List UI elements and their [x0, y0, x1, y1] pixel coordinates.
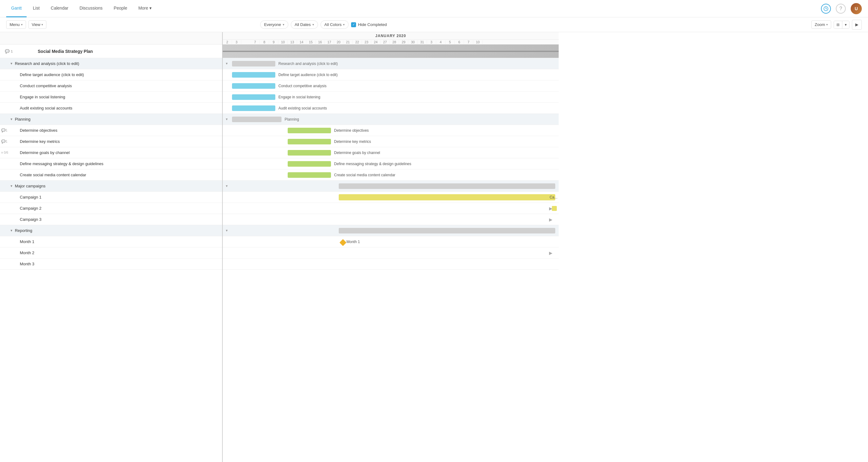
gantt-task-competitive: Conduct competitive analysis — [223, 80, 559, 92]
gantt-task-content-cal: Create social media content calendar — [223, 169, 559, 180]
task-social-listening[interactable]: Engage in social listening — [0, 92, 222, 103]
left-panel: 💬 1 Social Media Strategy Plan ▼ Researc… — [0, 32, 223, 462]
toolbar-filters: Everyone ▾ All Dates ▾ All Colors ▾ ✓ Hi… — [260, 21, 387, 29]
task-audit-social[interactable]: Audit existing social accounts — [0, 103, 222, 114]
main-content: 💬 1 Social Media Strategy Plan ▼ Researc… — [0, 32, 868, 462]
menu-chevron: ▾ — [21, 23, 23, 26]
gantt-task-campaign3: ▶ — [223, 214, 559, 225]
task-content-calendar[interactable]: Create social media content calendar — [0, 169, 222, 180]
task-month3[interactable]: Month 3 — [0, 259, 222, 270]
everyone-chevron: ▾ — [283, 23, 284, 26]
grid-view-btn[interactable]: ⊞ — [834, 21, 842, 28]
view-dropdown-btn[interactable]: ▾ — [842, 21, 849, 28]
tab-gantt[interactable]: Gantt — [6, 0, 27, 17]
task-goals-channel[interactable]: ≡ 0/6 Determine goals by channel — [0, 147, 222, 158]
gantt-task-month2: ▶ — [223, 248, 559, 259]
gantt-section-planning: ▼ Planning — [223, 114, 559, 125]
collapse-reporting[interactable]: ▼ — [10, 229, 13, 232]
present-button[interactable]: ▶ — [852, 20, 862, 30]
collapse-research[interactable]: ▼ — [10, 62, 13, 65]
gantt-task-audience: Define target audience (click to edit) — [223, 69, 559, 80]
everyone-filter[interactable]: Everyone ▾ — [260, 21, 288, 29]
nav-right: ? U — [821, 3, 862, 14]
tab-discussions[interactable]: Discussions — [74, 0, 107, 17]
gantt-task-campaign1: Ca... — [223, 192, 559, 203]
task-define-audience[interactable]: Define target audience (click to edit) — [0, 69, 222, 80]
menu-button[interactable]: Menu ▾ — [6, 21, 26, 29]
gantt-days-header: 2 3 7 8 9 10 13 14 15 16 17 20 21 22 23 … — [223, 40, 559, 44]
task-month1[interactable]: Month 1 — [0, 236, 222, 248]
top-nav: Gantt List Calendar Discussions People M… — [0, 0, 868, 17]
task-campaign3[interactable]: Campaign 3 — [0, 214, 222, 225]
gantt-task-month1: Month 1 — [223, 236, 559, 248]
tab-more[interactable]: More ▾ — [133, 0, 157, 17]
section-campaigns[interactable]: ▼ Major campaigns — [0, 180, 222, 192]
section-research-name: Research and analysis (click to edit) — [15, 61, 222, 66]
tab-people[interactable]: People — [109, 0, 132, 17]
gantt-task-goals: Determine goals by channel — [223, 147, 559, 158]
gantt-section-reporting: ▼ — [223, 225, 559, 236]
section-planning[interactable]: ▼ Planning — [0, 114, 222, 125]
tab-calendar[interactable]: Calendar — [46, 0, 73, 17]
timer-icon[interactable] — [821, 4, 831, 13]
task-objectives[interactable]: 💬1 Determine objectives — [0, 125, 222, 136]
all-dates-filter[interactable]: All Dates ▾ — [291, 21, 318, 29]
view-toggle-group: ⊞ ▾ — [834, 21, 849, 29]
task-month2[interactable]: Month 2 — [0, 248, 222, 259]
collapse-campaigns[interactable]: ▼ — [10, 184, 13, 188]
avatar[interactable]: U — [851, 3, 862, 14]
gantt-task-metrics: Determine key metrics — [223, 136, 559, 147]
hide-completed-toggle[interactable]: ✓ Hide Completed — [351, 22, 387, 27]
help-icon[interactable]: ? — [836, 4, 846, 13]
zoom-button[interactable]: Zoom ▾ — [811, 21, 831, 29]
gantt-section-research: ▼ Research and analysis (click to edit) — [223, 58, 559, 69]
hide-completed-checkbox: ✓ — [351, 22, 356, 27]
task-campaign1[interactable]: Campaign 1 — [0, 192, 222, 203]
gantt-task-messaging: Define messaging strategy & design guide… — [223, 158, 559, 169]
colors-chevron: ▾ — [343, 23, 345, 26]
toolbar-right: Zoom ▾ ⊞ ▾ ▶ — [811, 20, 862, 30]
task-competitive-analysis[interactable]: Conduct competitive analysis — [0, 80, 222, 92]
gantt-task-campaign2: ▶ — [223, 203, 559, 214]
task-key-metrics[interactable]: 💬1 Determine key metrics — [0, 136, 222, 147]
view-button[interactable]: View ▾ — [28, 21, 47, 29]
gantt-task-objectives: Determine objectives — [223, 125, 559, 136]
all-colors-filter[interactable]: All Colors ▾ — [320, 21, 349, 29]
gantt-section-campaigns: ▼ — [223, 180, 559, 192]
gantt-chart: JANUARY 2020 2 3 7 8 9 10 13 14 15 16 17… — [223, 32, 559, 270]
section-research[interactable]: ▼ Research and analysis (click to edit) — [0, 58, 222, 69]
toolbar: Menu ▾ View ▾ Everyone ▾ All Dates ▾ All… — [0, 17, 868, 32]
collapse-planning[interactable]: ▼ — [10, 118, 13, 121]
gantt-left-header — [0, 32, 222, 44]
dates-chevron: ▾ — [312, 23, 314, 26]
task-campaign2[interactable]: Campaign 2 — [0, 203, 222, 214]
gantt-month-header: JANUARY 2020 — [223, 32, 559, 40]
gantt-task-audit: Audit existing social accounts — [223, 103, 559, 114]
tab-list[interactable]: List — [28, 0, 44, 17]
task-messaging-strategy[interactable]: Define messaging strategy & design guide… — [0, 158, 222, 169]
gantt-project-row — [223, 44, 559, 58]
gantt-task-month3 — [223, 259, 559, 270]
section-reporting[interactable]: ▼ Reporting — [0, 225, 222, 236]
view-chevron: ▾ — [41, 23, 43, 26]
right-panel[interactable]: JANUARY 2020 2 3 7 8 9 10 13 14 15 16 17… — [223, 32, 868, 462]
project-row: 💬 1 Social Media Strategy Plan — [0, 44, 222, 58]
gantt-task-listening: Engage in social listening — [223, 92, 559, 103]
project-name: Social Media Strategy Plan — [38, 49, 222, 54]
